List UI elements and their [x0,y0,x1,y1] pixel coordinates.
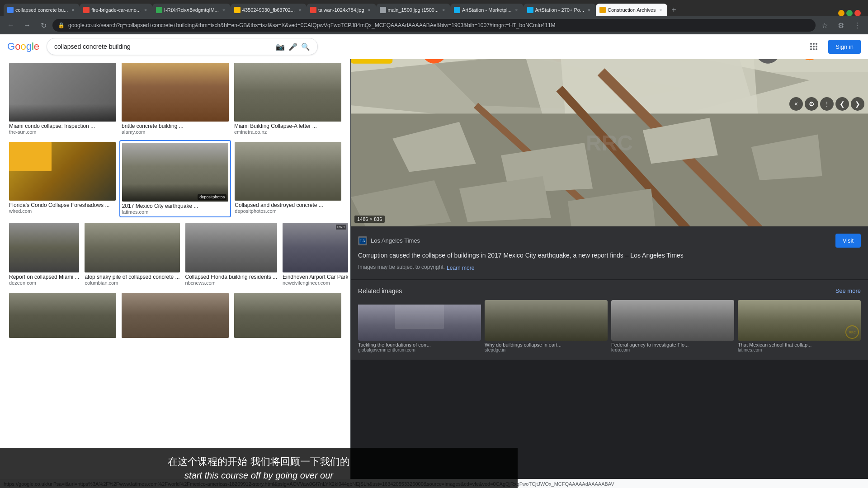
result-item-4[interactable]: Florida's Condo Collapse Foreshadows ...… [7,140,118,217]
related-caption-3: Federal agency to investigate Flo... [611,342,734,347]
tab-7[interactable]: ArtStation - Marketpl... × [450,4,523,16]
next-image-button[interactable]: ❯ [851,97,864,111]
prev-image-button[interactable]: ❮ [835,97,849,111]
tab-5[interactable]: taiwan-1024x784.jpg × [307,4,376,16]
results-row-3: Report on collapsed Miami ... dezeen.com… [0,219,350,289]
new-tab-button[interactable]: + [667,4,680,16]
voice-search-icon[interactable]: 🎤 [288,42,297,51]
tab-4-favicon [234,7,241,13]
result-item-2[interactable]: brittle concrete building ... alamy.com [120,61,231,136]
bookmark-button[interactable]: ☆ [817,18,832,33]
visit-button[interactable]: Visit [835,234,861,248]
tab-9[interactable]: Construction Archives × [596,4,667,16]
source-favicon: LA [358,236,367,245]
minimize-button[interactable] [838,10,844,16]
result-item-3[interactable]: Miami Building Collapse-A letter ... emi… [232,61,343,136]
tab-6-close[interactable]: × [440,7,447,13]
tab-8-close[interactable]: × [586,7,592,13]
preview-toolbar: × ⚙ ⋮ ❮ ❯ [786,94,868,114]
tab-5-close[interactable]: × [366,7,373,13]
next-icon: ❯ [855,100,860,108]
watermark-small-icon: RRC [845,325,859,339]
result-item-6[interactable]: Collapsed and destroyed concrete ... dep… [233,140,343,217]
svg-point-5 [816,46,817,47]
result-title-3: Miami Building Collapse-A letter ... [234,123,341,129]
more-button[interactable]: ⋮ [850,18,864,33]
learn-more-link[interactable]: Learn more [447,265,474,271]
settings-button[interactable]: ⚙ [834,18,848,33]
tab-4-close[interactable]: × [297,7,303,13]
tab-3[interactable]: I-RtXrRciклBvdgmtqIM... × [152,4,231,16]
back-button[interactable]: ← [4,18,18,33]
tab-6[interactable]: main_1500.jpg (1500... × [376,4,451,16]
result-item-12[interactable] [120,291,231,340]
related-thumb-3 [611,300,734,341]
sign-in-button[interactable]: Sign in [828,40,861,54]
camera-search-icon[interactable]: 📷 [276,42,285,51]
tab-1-favicon [7,7,14,13]
related-item-3[interactable]: Federal agency to investigate Flo... krd… [611,300,734,352]
tab-8-title: ArtStation - 270+ Po... [535,7,585,13]
tab-7-close[interactable]: × [514,7,520,13]
result-source-1: the-sun.com [9,129,116,135]
svg-point-0 [810,43,812,45]
search-box[interactable]: 📷 🎤 🔍 [47,38,318,55]
tab-3-close[interactable]: × [221,7,227,13]
result-item-13[interactable] [232,291,343,340]
result-title-2: brittle concrete building ... [122,123,229,129]
result-item-1[interactable]: Miami condo collapse: Inspection ... the… [7,61,118,136]
google-apps-button[interactable] [807,39,821,54]
tab-3-title: I-RtXrRciклBvdgmtqIM... [164,7,219,13]
settings-preview-button[interactable]: ⚙ [805,97,818,111]
result-item-7[interactable]: Report on collapsed Miami ... dezeen.com [7,221,81,287]
tab-9-close[interactable]: × [657,7,664,13]
see-more-link[interactable]: See more [835,287,861,294]
google-header: Google 📷 🎤 🔍 Si [0,34,868,59]
tab-4[interactable]: 4350249030_fb63702... × [231,4,307,16]
result-item-9[interactable]: Collapsed Florida building residents ...… [184,221,279,287]
result-source-6: depositphotos.com [235,208,341,214]
result-source-5: latimes.com [122,209,229,215]
result-title-6: Collapsed and destroyed concrete ... [235,202,341,208]
subtitle-chinese: 在这个课程的开始 我们将回顾一下我们的 [7,455,350,469]
result-item-8[interactable]: atop shaky pile of collapsed concrete ..… [83,221,181,287]
tab-1-title: collapsed concrete bu... [15,7,68,13]
result-title-4: Florida's Condo Collapse Foreshadows ... [9,202,116,208]
logo-e: e [34,41,39,52]
tab-8[interactable]: ArtStation - 270+ Po... × [524,4,596,16]
more-preview-button[interactable]: ⋮ [820,97,834,111]
forward-icon: → [24,21,31,29]
tab-2[interactable]: fire-brigade-car-amo... × [80,4,152,16]
address-bar[interactable]: 🔒 google.co.uk/search?q=collapsed+concre… [52,19,816,32]
related-source-3: krdo.com [611,347,734,352]
forward-button[interactable]: → [20,18,34,33]
related-item-4[interactable]: RRC That Mexican school that collap... l… [738,300,861,352]
result-source-7: dezeen.com [9,280,79,286]
related-source-1: globalgovernmentforum.com [358,347,481,352]
gear-icon: ⚙ [809,100,815,108]
results-row-1: Miami condo collapse: Inspection ... the… [0,59,350,138]
close-window-button[interactable] [854,10,861,16]
tab-1-close[interactable]: × [70,7,76,13]
svg-point-7 [813,48,815,50]
copyright-notice: Images may be subject to copyright. [358,264,445,270]
maximize-button[interactable] [846,10,853,16]
result-item-10[interactable]: RRC Eindhoven Airport Car Park newcivile… [281,221,350,287]
result-thumb-9 [185,223,277,272]
refresh-icon: ↻ [41,21,47,30]
tab-2-close[interactable]: × [142,7,149,13]
result-source-9: nbcnews.com [185,280,277,286]
tab-8-favicon [527,7,533,13]
tab-7-favicon [454,7,460,13]
refresh-button[interactable]: ↻ [36,18,51,33]
related-item-1[interactable]: Tackling the foundations of corr... glob… [358,300,481,352]
tab-2-title: fire-brigade-car-amo... [91,7,141,13]
search-submit-icon[interactable]: 🔍 [301,42,310,51]
result-item-5[interactable]: depositphotos 2017 Mexico City earthquak… [119,140,231,217]
related-item-2[interactable]: Why do buildings collapse in eart... ste… [485,300,608,352]
tab-1[interactable]: collapsed concrete bu... × [4,4,80,16]
related-images-title: Related images [358,287,402,295]
result-item-11[interactable] [7,291,118,340]
close-preview-button[interactable]: × [789,97,803,111]
search-input[interactable] [54,43,272,50]
